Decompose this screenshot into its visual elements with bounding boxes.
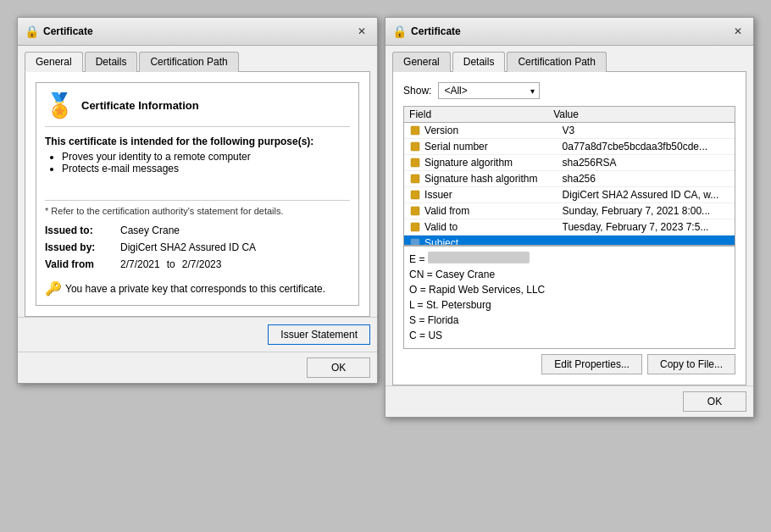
field-col-header: Field — [409, 108, 553, 120]
field-name-4: Issuer — [424, 189, 563, 201]
private-key-note: 🔑 You have a private key that correspond… — [45, 280, 350, 296]
tab-details-1[interactable]: Details — [85, 52, 138, 72]
cert-purposes: This certificate is intended for the fol… — [45, 136, 350, 175]
issued-by-value: DigiCert SHA2 Assured ID CA — [120, 241, 256, 253]
certificate-dialog-1: 🔒 Certificate ✕ General Details Certific… — [17, 17, 378, 384]
svg-rect-3 — [411, 175, 419, 183]
detail-e-label: E = — [409, 253, 428, 265]
tab-content-general: 🏅 Certificate Information This certifica… — [25, 71, 370, 317]
issuer-statement-button[interactable]: Issuer Statement — [268, 324, 370, 345]
issued-by-label: Issued by: — [45, 241, 117, 253]
field-value-5: Sunday, February 7, 2021 8:00... — [563, 205, 729, 217]
field-row-1[interactable]: Serial number0a77a8d7cbe5bcdaa3fb50cde..… — [404, 139, 735, 155]
title-bar-1: 🔒 Certificate ✕ — [18, 18, 377, 46]
cert-issued-to: Issued to: Casey Crane Issued by: DigiCe… — [45, 224, 350, 270]
cert-badge-icon: 🏅 — [45, 91, 75, 119]
copy-to-file-button[interactable]: Copy to File... — [647, 354, 735, 374]
detail-o-row: O = Rapid Web Services, LLC — [409, 282, 729, 297]
dialog1-footer: Issuer Statement — [18, 317, 377, 352]
field-row-6[interactable]: Valid toTuesday, February 7, 2023 7:5... — [404, 219, 735, 236]
fields-header: Field Value — [404, 107, 735, 123]
field-icon-7 — [409, 237, 421, 246]
issued-to-label: Issued to: — [45, 224, 117, 236]
close-button-1[interactable]: ✕ — [353, 23, 370, 40]
svg-rect-0 — [411, 126, 419, 135]
cert-purpose-1: Protects e-mail messages — [62, 163, 350, 175]
tab-cert-path-1[interactable]: Certification Path — [139, 52, 238, 72]
svg-rect-7 — [411, 239, 419, 246]
field-name-3: Signature hash algorithm — [424, 173, 563, 185]
tabs-1: General Details Certification Path — [18, 46, 377, 71]
field-row-2[interactable]: Signature algorithmsha256RSA — [404, 155, 735, 171]
field-row-3[interactable]: Signature hash algorithmsha256 — [404, 171, 735, 187]
cert-title-icon-2: 🔒 — [392, 25, 406, 38]
field-value-0: V3 — [563, 125, 729, 136]
detail-s-row: S = Florida — [409, 313, 729, 328]
tab-details-2[interactable]: Details — [452, 52, 506, 72]
field-icon-5 — [409, 205, 421, 217]
svg-rect-5 — [411, 207, 419, 215]
detail-cn-row: CN = Casey Crane — [409, 267, 729, 282]
field-value-1: 0a77a8d7cbe5bcdaa3fb50cde... — [563, 141, 729, 152]
dialog2-title: Certificate — [411, 25, 461, 37]
ok-button-1[interactable]: OK — [307, 357, 370, 378]
tab-cert-path-2[interactable]: Certification Path — [507, 52, 606, 72]
detail-l-row: L = St. Petersburg — [409, 297, 729, 313]
svg-rect-1 — [411, 142, 419, 151]
field-icon-2 — [409, 157, 421, 169]
detail-e-row: E = — [409, 252, 729, 267]
dialog1-ok-footer: OK — [18, 352, 377, 383]
svg-rect-4 — [411, 191, 419, 199]
detail-value-box: E = CN = Casey Crane O = Rapid Web Servi… — [403, 246, 735, 349]
dialog2-ok-footer: OK — [386, 385, 753, 417]
detail-e-value — [428, 252, 530, 263]
value-col-header: Value — [553, 108, 729, 120]
cert-purpose-0: Proves your identity to a remote compute… — [62, 151, 350, 163]
field-row-0[interactable]: VersionV3 — [404, 123, 735, 139]
cert-title-icon-1: 🔒 — [25, 25, 38, 38]
tab-general-2[interactable]: General — [392, 52, 451, 72]
certificate-dialog-2: 🔒 Certificate ✕ General Details Certific… — [385, 17, 754, 418]
tab-content-details: Show: <All> Field Value VersionV3Serial … — [392, 71, 746, 385]
cert-header: 🏅 Certificate Information — [45, 91, 350, 127]
issued-to-value: Casey Crane — [120, 224, 180, 236]
field-name-0: Version — [424, 125, 563, 136]
field-name-5: Valid from — [424, 205, 563, 217]
field-value-4: DigiCert SHA2 Assured ID CA, w... — [563, 189, 729, 201]
field-row-5[interactable]: Valid fromSunday, February 7, 2021 8:00.… — [404, 203, 735, 219]
field-row-4[interactable]: IssuerDigiCert SHA2 Assured ID CA, w... — [404, 187, 735, 203]
dialog1-title: Certificate — [43, 25, 93, 37]
title-bar-2: 🔒 Certificate ✕ — [386, 18, 753, 46]
show-row: Show: <All> — [403, 82, 735, 99]
field-row-7[interactable]: Subject — [404, 236, 735, 246]
field-name-6: Valid to — [424, 221, 563, 233]
field-icon-6 — [409, 221, 421, 233]
edit-properties-button[interactable]: Edit Properties... — [541, 354, 642, 374]
valid-from-label: Valid from — [45, 258, 117, 270]
field-icon-4 — [409, 189, 421, 201]
field-name-7: Subject — [424, 237, 563, 246]
field-name-2: Signature algorithm — [424, 157, 563, 169]
detail-footer-btns: Edit Properties... Copy to File... — [403, 354, 735, 374]
show-dropdown[interactable]: <All> — [438, 82, 540, 99]
show-dropdown-wrapper[interactable]: <All> — [438, 82, 540, 99]
valid-to-sep: to — [167, 258, 175, 270]
tab-general-1[interactable]: General — [25, 52, 83, 72]
valid-from-value: 2/7/2021 — [120, 258, 160, 270]
key-icon: 🔑 — [45, 280, 62, 296]
cert-header-title: Certificate Information — [81, 99, 199, 112]
key-note-text: You have a private key that corresponds … — [65, 283, 325, 295]
field-value-6: Tuesday, February 7, 2023 7:5... — [563, 221, 729, 233]
svg-rect-6 — [411, 223, 419, 231]
fields-table[interactable]: Field Value VersionV3Serial number0a77a8… — [403, 106, 735, 246]
detail-c-row: C = US — [409, 328, 729, 343]
cert-purposes-title: This certificate is intended for the fol… — [45, 136, 350, 147]
cert-info-box: 🏅 Certificate Information This certifica… — [36, 82, 359, 306]
show-label: Show: — [403, 85, 431, 97]
ok-button-2[interactable]: OK — [683, 391, 746, 412]
field-value-3: sha256 — [563, 173, 729, 185]
svg-rect-2 — [411, 158, 419, 167]
valid-to-value: 2/7/2023 — [182, 258, 222, 270]
close-button-2[interactable]: ✕ — [729, 23, 746, 40]
tabs-2: General Details Certification Path — [386, 46, 753, 71]
